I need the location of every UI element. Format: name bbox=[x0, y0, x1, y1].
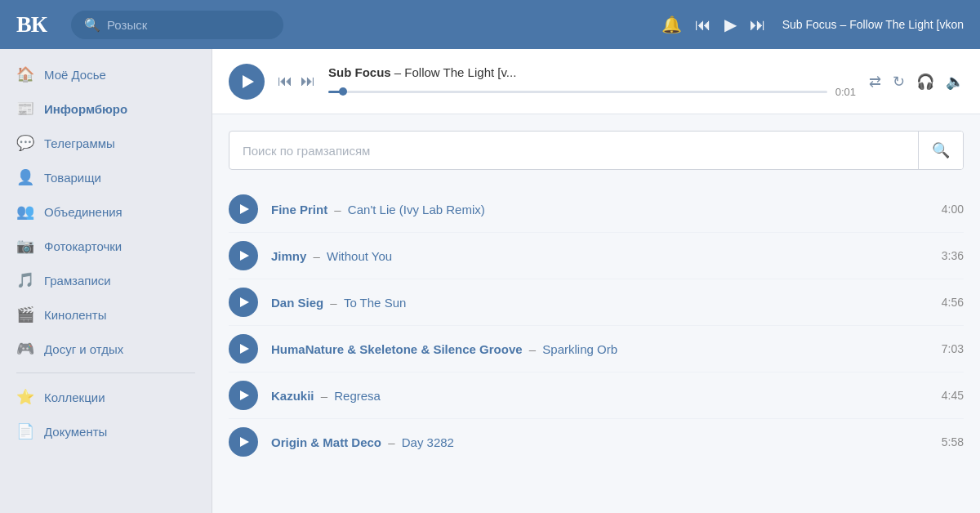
track-sep-1: – bbox=[314, 249, 324, 263]
music-search-input[interactable] bbox=[229, 134, 918, 167]
sidebar-item-games[interactable]: 🎮 Досуг и отдых bbox=[0, 332, 212, 366]
sidebar-label-photos: Фотокарточки bbox=[44, 239, 122, 253]
next-track-icon[interactable]: ⏭ bbox=[301, 73, 315, 90]
prev-track-icon[interactable]: ⏮ bbox=[278, 73, 292, 90]
track-play-button-1[interactable] bbox=[229, 241, 258, 270]
track-play-button-3[interactable] bbox=[229, 334, 258, 364]
sidebar-label-music: Грамзаписи bbox=[44, 274, 111, 288]
track-song-1: Without You bbox=[327, 249, 392, 263]
track-name-1: Jimny – Without You bbox=[271, 249, 929, 263]
player-controls: ⏮ ⏭ bbox=[278, 73, 315, 90]
layout: 🏠 Моё Досье 📰 Информбюро 💬 Телеграммы 👤 … bbox=[0, 49, 980, 513]
track-row: Dan Sieg – To The Sun 4:56 bbox=[229, 279, 964, 326]
games-icon: 🎮 bbox=[16, 340, 34, 358]
prev-icon[interactable]: ⏮ bbox=[695, 16, 711, 34]
play-icon-top[interactable]: ▶ bbox=[724, 15, 737, 34]
music-search-button[interactable]: 🔍 bbox=[918, 132, 963, 169]
sidebar-label-bookmarks: Коллекции bbox=[44, 390, 105, 404]
track-duration-5: 5:58 bbox=[942, 435, 964, 448]
sidebar-label-groups: Объединения bbox=[44, 205, 122, 219]
messages-icon: 💬 bbox=[16, 134, 34, 152]
sidebar-item-profile[interactable]: 🏠 Моё Досье bbox=[0, 57, 212, 91]
track-play-button-2[interactable] bbox=[229, 288, 258, 317]
sidebar-item-docs[interactable]: 📄 Документы bbox=[0, 414, 212, 448]
play-button[interactable] bbox=[229, 64, 265, 100]
track-sep-4: – bbox=[321, 389, 332, 403]
friends-icon: 👤 bbox=[16, 168, 34, 186]
music-list-area: 🔍 Fine Print – Can't Lie (Ivy Lab Remix)… bbox=[212, 114, 980, 513]
track-play-button-5[interactable] bbox=[229, 427, 258, 457]
track-artist-0: Fine Print bbox=[271, 203, 327, 216]
track-sep-2: – bbox=[330, 296, 341, 310]
track-separator: – bbox=[394, 65, 405, 79]
track-name-0: Fine Print – Can't Lie (Ivy Lab Remix) bbox=[271, 203, 929, 216]
progress-bar[interactable] bbox=[328, 91, 827, 93]
track-name-5: Origin & Matt Deco – Day 3282 bbox=[271, 435, 929, 449]
track-song-title: Follow The Light [v... bbox=[404, 65, 516, 79]
now-playing-top: Sub Focus – Follow The Light [vkon bbox=[782, 18, 964, 31]
top-search-bar[interactable]: 🔍 bbox=[71, 11, 283, 39]
track-song-3: Sparkling Orb bbox=[542, 342, 617, 356]
sidebar-label-profile: Моё Досье bbox=[44, 68, 106, 82]
main-content: ⏮ ⏭ Sub Focus – Follow The Light [v... 0… bbox=[212, 49, 980, 513]
vk-logo: ВК bbox=[16, 11, 47, 38]
music-icon: 🎵 bbox=[16, 271, 34, 289]
top-bar: ВК 🔍 🔔 ⏮ ▶ ⏭ Sub Focus – Follow The Ligh… bbox=[0, 0, 980, 49]
track-play-button-4[interactable] bbox=[229, 381, 258, 410]
top-bar-icons: 🔔 ⏮ ▶ ⏭ bbox=[662, 15, 766, 34]
track-name-2: Dan Sieg – To The Sun bbox=[271, 296, 929, 310]
track-song-5: Day 3282 bbox=[402, 435, 454, 449]
sidebar-label-friends: Товарищи bbox=[44, 171, 101, 185]
track-play-button-0[interactable] bbox=[229, 194, 258, 224]
track-duration-3: 7:03 bbox=[942, 342, 964, 355]
sidebar-item-bookmarks[interactable]: ⭐ Коллекции bbox=[0, 380, 212, 414]
sidebar-item-video[interactable]: 🎬 Киноленты bbox=[0, 297, 212, 332]
repeat-icon[interactable]: ↻ bbox=[893, 73, 905, 91]
track-duration-0: 4:00 bbox=[942, 203, 964, 216]
track-duration-4: 4:45 bbox=[942, 389, 964, 402]
track-song-4: Regresa bbox=[334, 389, 381, 403]
player-bar: ⏮ ⏭ Sub Focus – Follow The Light [v... 0… bbox=[212, 49, 980, 114]
home-icon: 🏠 bbox=[16, 65, 34, 83]
track-row: Origin & Matt Deco – Day 3282 5:58 bbox=[229, 419, 964, 465]
volume-icon[interactable]: 🔈 bbox=[946, 73, 964, 91]
track-progress-container: 0:01 bbox=[328, 86, 856, 98]
track-sep-5: – bbox=[388, 435, 399, 449]
track-artist-3: HumaNature & Skeletone & Silence Groove bbox=[271, 342, 523, 356]
track-artist-1: Jimny bbox=[271, 249, 306, 263]
track-name-3: HumaNature & Skeletone & Silence Groove … bbox=[271, 342, 929, 356]
sidebar-item-music[interactable]: 🎵 Грамзаписи bbox=[0, 263, 212, 297]
sidebar-label-video: Киноленты bbox=[44, 308, 106, 322]
sidebar-label-news: Информбюро bbox=[44, 102, 127, 116]
top-search-input[interactable] bbox=[107, 18, 270, 32]
sidebar-label-games: Досуг и отдых bbox=[44, 342, 123, 356]
track-sep-0: – bbox=[334, 203, 345, 216]
sidebar-item-friends[interactable]: 👤 Товарищи bbox=[0, 160, 212, 194]
track-song-2: To The Sun bbox=[344, 296, 406, 310]
track-song-0: Can't Lie (Ivy Lab Remix) bbox=[348, 203, 485, 216]
shuffle-icon[interactable]: ⇄ bbox=[869, 73, 881, 91]
track-row: Kazukii – Regresa 4:45 bbox=[229, 372, 964, 419]
bookmarks-icon: ⭐ bbox=[16, 388, 34, 406]
track-row: Jimny – Without You 3:36 bbox=[229, 233, 964, 279]
sidebar-item-messages[interactable]: 💬 Телеграммы bbox=[0, 126, 212, 160]
track-artist-4: Kazukii bbox=[271, 389, 314, 403]
next-icon[interactable]: ⏭ bbox=[750, 16, 766, 34]
track-duration-2: 4:56 bbox=[942, 296, 964, 309]
track-row: Fine Print – Can't Lie (Ivy Lab Remix) 4… bbox=[229, 186, 964, 233]
notification-icon[interactable]: 🔔 bbox=[662, 15, 682, 34]
sidebar-item-groups[interactable]: 👥 Объединения bbox=[0, 194, 212, 229]
track-current-time: 0:01 bbox=[835, 86, 856, 98]
track-duration-1: 3:36 bbox=[942, 249, 964, 262]
sidebar-item-photos[interactable]: 📷 Фотокарточки bbox=[0, 229, 212, 263]
track-list: Fine Print – Can't Lie (Ivy Lab Remix) 4… bbox=[229, 186, 964, 465]
player-extra-icons: ⇄ ↻ 🎧 🔈 bbox=[869, 73, 964, 91]
headphones-icon[interactable]: 🎧 bbox=[916, 73, 934, 91]
video-icon: 🎬 bbox=[16, 306, 34, 323]
progress-fill bbox=[328, 91, 343, 93]
track-info: Sub Focus – Follow The Light [v... 0:01 bbox=[328, 65, 856, 98]
track-artist-5: Origin & Matt Deco bbox=[271, 435, 381, 449]
sidebar-item-news[interactable]: 📰 Информбюро bbox=[0, 91, 212, 126]
sidebar-label-messages: Телеграммы bbox=[44, 136, 115, 150]
sidebar-divider bbox=[16, 372, 195, 373]
